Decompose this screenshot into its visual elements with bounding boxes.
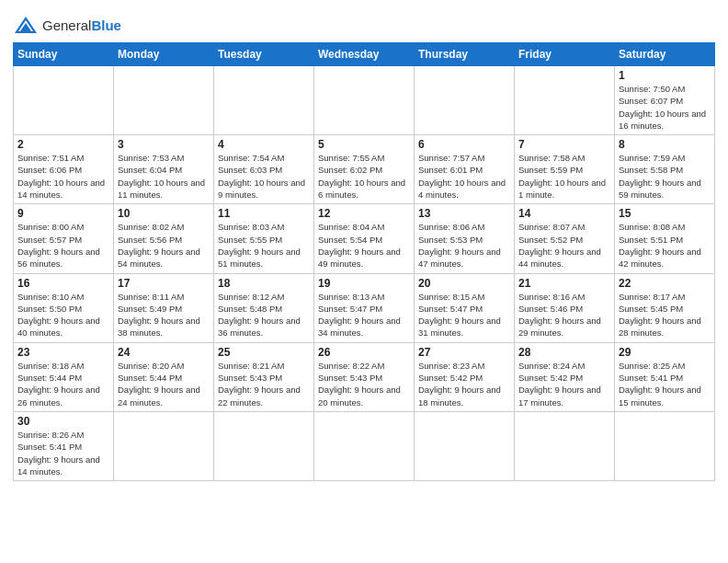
- calendar-day-cell: 26Sunrise: 8:22 AM Sunset: 5:43 PM Dayli…: [314, 342, 415, 411]
- calendar-day-cell: [114, 411, 214, 480]
- day-info: Sunrise: 8:21 AM Sunset: 5:43 PM Dayligh…: [218, 360, 310, 408]
- calendar-day-cell: 10Sunrise: 8:02 AM Sunset: 5:56 PM Dayli…: [114, 204, 214, 273]
- header-thursday: Thursday: [415, 43, 515, 66]
- day-number: 23: [17, 346, 109, 359]
- day-info: Sunrise: 8:18 AM Sunset: 5:44 PM Dayligh…: [17, 360, 109, 408]
- day-number: 30: [17, 415, 109, 428]
- day-info: Sunrise: 8:07 AM Sunset: 5:52 PM Dayligh…: [518, 221, 610, 270]
- calendar-day-cell: [314, 66, 415, 135]
- calendar-day-cell: 24Sunrise: 8:20 AM Sunset: 5:44 PM Dayli…: [114, 342, 214, 411]
- day-number: 9: [17, 207, 109, 220]
- day-number: 11: [218, 207, 310, 220]
- calendar-day-cell: 23Sunrise: 8:18 AM Sunset: 5:44 PM Dayli…: [14, 342, 114, 411]
- calendar-day-cell: 9Sunrise: 8:00 AM Sunset: 5:57 PM Daylig…: [14, 204, 114, 273]
- day-number: 3: [118, 138, 210, 151]
- day-number: 22: [619, 277, 711, 290]
- day-number: 25: [218, 346, 310, 359]
- day-info: Sunrise: 8:17 AM Sunset: 5:45 PM Dayligh…: [619, 291, 711, 339]
- calendar-day-cell: [415, 66, 515, 135]
- day-info: Sunrise: 7:57 AM Sunset: 6:01 PM Dayligh…: [418, 152, 510, 201]
- day-info: Sunrise: 8:16 AM Sunset: 5:46 PM Dayligh…: [518, 291, 610, 339]
- calendar-day-cell: 4Sunrise: 7:54 AM Sunset: 6:03 PM Daylig…: [214, 135, 314, 204]
- day-number: 24: [118, 346, 210, 359]
- calendar-week-row: 1Sunrise: 7:50 AM Sunset: 6:07 PM Daylig…: [14, 66, 715, 135]
- logo-text: GeneralBlue: [42, 17, 121, 33]
- calendar-day-cell: 5Sunrise: 7:55 AM Sunset: 6:02 PM Daylig…: [314, 135, 415, 204]
- calendar-day-cell: 3Sunrise: 7:53 AM Sunset: 6:04 PM Daylig…: [114, 135, 214, 204]
- day-number: 1: [619, 69, 711, 82]
- day-info: Sunrise: 7:53 AM Sunset: 6:04 PM Dayligh…: [118, 152, 210, 201]
- calendar-day-cell: [114, 66, 214, 135]
- calendar-week-row: 30Sunrise: 8:26 AM Sunset: 5:41 PM Dayli…: [14, 411, 715, 480]
- calendar-day-cell: 20Sunrise: 8:15 AM Sunset: 5:47 PM Dayli…: [415, 273, 515, 342]
- calendar-day-cell: 7Sunrise: 7:58 AM Sunset: 5:59 PM Daylig…: [515, 135, 615, 204]
- day-info: Sunrise: 8:12 AM Sunset: 5:48 PM Dayligh…: [218, 291, 310, 339]
- day-info: Sunrise: 7:55 AM Sunset: 6:02 PM Dayligh…: [318, 152, 410, 201]
- header-saturday: Saturday: [615, 43, 715, 66]
- day-number: 27: [418, 346, 510, 359]
- calendar-week-row: 16Sunrise: 8:10 AM Sunset: 5:50 PM Dayli…: [14, 273, 715, 342]
- day-number: 8: [619, 138, 711, 151]
- day-number: 17: [118, 277, 210, 290]
- day-number: 5: [318, 138, 410, 151]
- day-info: Sunrise: 7:59 AM Sunset: 5:58 PM Dayligh…: [619, 152, 711, 201]
- header-tuesday: Tuesday: [214, 43, 314, 66]
- day-number: 21: [518, 277, 610, 290]
- calendar-day-cell: 21Sunrise: 8:16 AM Sunset: 5:46 PM Dayli…: [515, 273, 615, 342]
- day-number: 29: [619, 346, 711, 359]
- calendar-day-cell: [314, 411, 415, 480]
- day-info: Sunrise: 8:23 AM Sunset: 5:42 PM Dayligh…: [418, 360, 510, 408]
- day-info: Sunrise: 8:25 AM Sunset: 5:41 PM Dayligh…: [619, 360, 711, 408]
- generalblue-logo-icon: [13, 15, 39, 35]
- calendar-day-cell: 19Sunrise: 8:13 AM Sunset: 5:47 PM Dayli…: [314, 273, 415, 342]
- page: GeneralBlue Sunday Monday Tuesday Wednes…: [0, 0, 728, 563]
- calendar-day-cell: [14, 66, 114, 135]
- day-number: 19: [318, 277, 410, 290]
- calendar-day-cell: 1Sunrise: 7:50 AM Sunset: 6:07 PM Daylig…: [615, 66, 715, 135]
- calendar-week-row: 2Sunrise: 7:51 AM Sunset: 6:06 PM Daylig…: [14, 135, 715, 204]
- header-wednesday: Wednesday: [314, 43, 415, 66]
- day-info: Sunrise: 8:26 AM Sunset: 5:41 PM Dayligh…: [17, 429, 109, 477]
- day-info: Sunrise: 7:58 AM Sunset: 5:59 PM Dayligh…: [518, 152, 610, 201]
- day-info: Sunrise: 8:02 AM Sunset: 5:56 PM Dayligh…: [118, 221, 210, 270]
- calendar-day-cell: 13Sunrise: 8:06 AM Sunset: 5:53 PM Dayli…: [415, 204, 515, 273]
- day-info: Sunrise: 8:06 AM Sunset: 5:53 PM Dayligh…: [418, 221, 510, 270]
- day-number: 16: [17, 277, 109, 290]
- day-info: Sunrise: 8:22 AM Sunset: 5:43 PM Dayligh…: [318, 360, 410, 408]
- calendar-day-cell: [615, 411, 715, 480]
- day-number: 12: [318, 207, 410, 220]
- calendar-day-cell: 16Sunrise: 8:10 AM Sunset: 5:50 PM Dayli…: [14, 273, 114, 342]
- day-info: Sunrise: 8:00 AM Sunset: 5:57 PM Dayligh…: [17, 221, 109, 270]
- day-info: Sunrise: 8:11 AM Sunset: 5:49 PM Dayligh…: [118, 291, 210, 339]
- day-info: Sunrise: 7:50 AM Sunset: 6:07 PM Dayligh…: [619, 83, 711, 132]
- day-number: 7: [518, 138, 610, 151]
- header: GeneralBlue: [13, 9, 715, 35]
- day-number: 26: [318, 346, 410, 359]
- calendar-day-cell: [415, 411, 515, 480]
- calendar-day-cell: 18Sunrise: 8:12 AM Sunset: 5:48 PM Dayli…: [214, 273, 314, 342]
- calendar-day-cell: [515, 411, 615, 480]
- calendar-day-cell: 11Sunrise: 8:03 AM Sunset: 5:55 PM Dayli…: [214, 204, 314, 273]
- day-number: 14: [518, 207, 610, 220]
- logo-blue: Blue: [91, 17, 121, 33]
- day-number: 10: [118, 207, 210, 220]
- day-info: Sunrise: 8:24 AM Sunset: 5:42 PM Dayligh…: [518, 360, 610, 408]
- header-sunday: Sunday: [14, 43, 114, 66]
- calendar-day-cell: [214, 411, 314, 480]
- calendar-week-row: 9Sunrise: 8:00 AM Sunset: 5:57 PM Daylig…: [14, 204, 715, 273]
- header-friday: Friday: [515, 43, 615, 66]
- day-number: 13: [418, 207, 510, 220]
- day-number: 6: [418, 138, 510, 151]
- day-info: Sunrise: 8:20 AM Sunset: 5:44 PM Dayligh…: [118, 360, 210, 408]
- header-monday: Monday: [114, 43, 214, 66]
- day-number: 4: [218, 138, 310, 151]
- day-info: Sunrise: 8:03 AM Sunset: 5:55 PM Dayligh…: [218, 221, 310, 270]
- calendar-day-cell: [214, 66, 314, 135]
- logo-general: GeneralBlue: [42, 17, 121, 33]
- calendar-day-cell: 8Sunrise: 7:59 AM Sunset: 5:58 PM Daylig…: [615, 135, 715, 204]
- day-info: Sunrise: 8:15 AM Sunset: 5:47 PM Dayligh…: [418, 291, 510, 339]
- calendar-day-cell: 25Sunrise: 8:21 AM Sunset: 5:43 PM Dayli…: [214, 342, 314, 411]
- day-number: 28: [518, 346, 610, 359]
- calendar-day-cell: 17Sunrise: 8:11 AM Sunset: 5:49 PM Dayli…: [114, 273, 214, 342]
- calendar-day-cell: 14Sunrise: 8:07 AM Sunset: 5:52 PM Dayli…: [515, 204, 615, 273]
